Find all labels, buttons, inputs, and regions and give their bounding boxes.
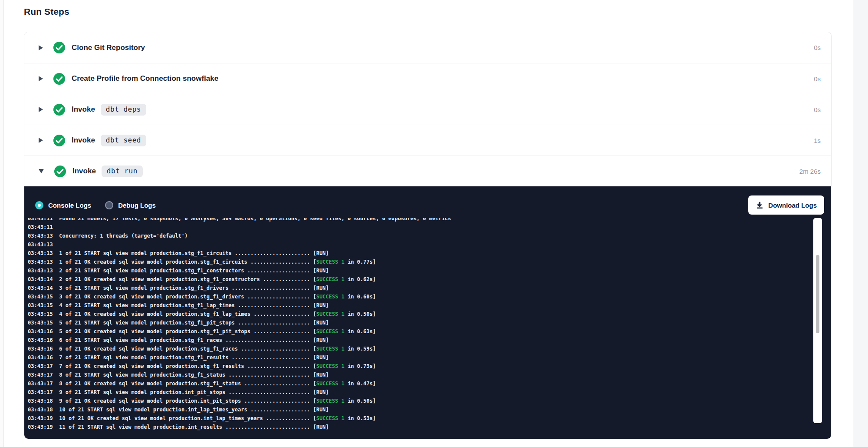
step-row-invoke-dbt-deps[interactable]: Invoke dbt deps 0s xyxy=(24,94,831,125)
step-command-chip: dbt seed xyxy=(101,135,146,146)
page-left-rail xyxy=(0,0,4,447)
download-logs-label: Download Logs xyxy=(768,202,817,209)
check-circle-icon xyxy=(54,166,66,177)
log-line: 03:43:13 2 of 21 START sql view model pr… xyxy=(28,266,831,275)
log-line: 03:43:17 7 of 21 OK created sql view mod… xyxy=(28,362,831,371)
run-steps-card: Clone Git Repository 0s Create Profile f… xyxy=(24,32,832,439)
step-duration: 0s xyxy=(814,75,821,83)
log-lines: 03:43:11 Found 21 models, 17 tests, 0 sn… xyxy=(28,218,831,431)
console-logs-radio[interactable]: Console Logs xyxy=(35,201,91,209)
log-line: 03:43:11 xyxy=(28,223,831,232)
log-line: 03:43:17 9 of 21 START sql view model pr… xyxy=(28,388,831,397)
console-log-output: 03:43:11 Found 21 models, 17 tests, 0 sn… xyxy=(24,218,831,432)
log-line: 03:43:13 Concurrency: 1 threads (target=… xyxy=(28,232,831,240)
step-command-chip: dbt deps xyxy=(101,104,146,116)
log-panel: Console Logs Debug Logs Download Logs 03… xyxy=(24,186,831,439)
log-panel-toolbar: Console Logs Debug Logs Download Logs xyxy=(24,186,831,216)
log-line: 03:43:17 8 of 21 OK created sql view mod… xyxy=(28,379,831,388)
caret-right-icon[interactable] xyxy=(39,107,43,112)
step-duration: 0s xyxy=(814,106,821,113)
log-line: 03:43:14 2 of 21 OK created sql view mod… xyxy=(28,275,831,284)
log-line: 03:43:18 10 of 21 START sql view model p… xyxy=(28,405,831,414)
caret-right-icon[interactable] xyxy=(39,138,43,143)
log-line: 03:43:19 10 of 21 OK created sql view mo… xyxy=(28,414,831,423)
check-circle-icon xyxy=(53,42,65,53)
radio-selected-icon[interactable] xyxy=(35,201,43,209)
console-logs-label: Console Logs xyxy=(48,202,91,209)
step-label: Create Profile from Connection snowflake xyxy=(72,74,218,83)
step-row-invoke-dbt-seed[interactable]: Invoke dbt seed 1s xyxy=(24,125,831,156)
log-line: 03:43:14 3 of 21 START sql view model pr… xyxy=(28,284,831,292)
radio-unselected-icon[interactable] xyxy=(105,201,113,209)
caret-down-icon[interactable] xyxy=(39,169,44,173)
log-line: 03:43:15 4 of 21 OK created sql view mod… xyxy=(28,310,831,318)
download-logs-button[interactable]: Download Logs xyxy=(748,195,824,215)
run-steps-section: Run Steps Clone Git Repository 0s Create… xyxy=(4,0,852,439)
log-line: 03:43:15 5 of 21 START sql view model pr… xyxy=(28,318,831,327)
steps-list: Clone Git Repository 0s Create Profile f… xyxy=(24,32,831,186)
log-line: 03:43:16 6 of 21 START sql view model pr… xyxy=(28,336,831,344)
log-line: 03:43:15 3 of 21 OK created sql view mod… xyxy=(28,292,831,301)
page-right-rail xyxy=(853,0,868,447)
download-icon xyxy=(756,201,764,209)
step-row-clone-git-repository[interactable]: Clone Git Repository 0s xyxy=(24,32,831,63)
log-line: 03:43:18 9 of 21 OK created sql view mod… xyxy=(28,397,831,405)
step-duration: 0s xyxy=(814,44,821,51)
log-line: 03:43:15 4 of 21 START sql view model pr… xyxy=(28,301,831,310)
log-scrollbar-track[interactable] xyxy=(813,218,822,423)
log-scrollbar-thumb[interactable] xyxy=(816,255,819,333)
step-label: Invoke xyxy=(72,136,95,145)
step-row-invoke-dbt-run[interactable]: Invoke dbt run 2m 26s xyxy=(24,156,831,186)
log-line: 03:43:13 xyxy=(28,240,831,249)
check-circle-icon xyxy=(53,104,65,116)
log-line: 03:43:16 5 of 21 OK created sql view mod… xyxy=(28,327,831,336)
log-line: 03:43:19 11 of 21 START sql view model p… xyxy=(28,423,831,431)
log-line: 03:43:13 1 of 21 OK created sql view mod… xyxy=(28,258,831,266)
step-label: Invoke xyxy=(72,167,96,175)
step-row-create-profile-from-connection-snowflake[interactable]: Create Profile from Connection snowflake… xyxy=(24,63,831,94)
log-line: 03:43:11 Found 21 models, 17 tests, 0 sn… xyxy=(28,218,831,223)
step-command-chip: dbt run xyxy=(102,166,143,177)
check-circle-icon xyxy=(53,73,65,85)
step-label: Clone Git Repository xyxy=(72,43,145,52)
caret-right-icon[interactable] xyxy=(39,76,43,81)
log-line: 03:43:16 6 of 21 OK created sql view mod… xyxy=(28,344,831,353)
caret-right-icon[interactable] xyxy=(39,45,43,50)
step-label: Invoke xyxy=(72,105,95,114)
check-circle-icon xyxy=(53,135,65,146)
step-duration: 1s xyxy=(814,137,821,144)
step-duration: 2m 26s xyxy=(799,168,821,175)
log-line: 03:43:13 1 of 21 START sql view model pr… xyxy=(28,249,831,258)
debug-logs-label: Debug Logs xyxy=(118,202,156,209)
log-line: 03:43:16 7 of 21 START sql view model pr… xyxy=(28,353,831,362)
log-line: 03:43:17 8 of 21 START sql view model pr… xyxy=(28,371,831,379)
debug-logs-radio[interactable]: Debug Logs xyxy=(105,201,156,209)
page-title: Run Steps xyxy=(24,6,852,17)
